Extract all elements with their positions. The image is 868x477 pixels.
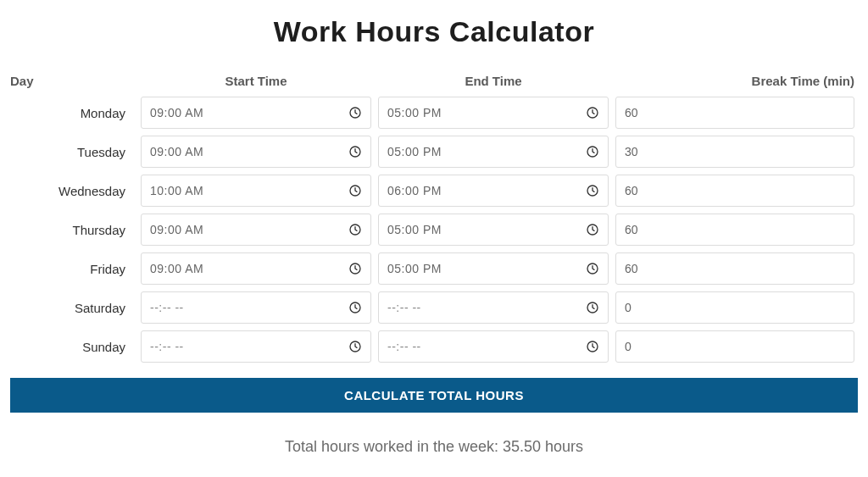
day-label: Wednesday — [10, 184, 137, 198]
start-time-value: 10:00 AM — [150, 184, 203, 197]
day-row: Tuesday09:00 AM05:00 PM30 — [10, 136, 858, 168]
start-time-input[interactable]: 09:00 AM — [141, 252, 371, 285]
end-time-input[interactable]: 05:00 PM — [378, 97, 609, 129]
start-time-value: 09:00 AM — [150, 262, 203, 275]
break-time-input[interactable]: 0 — [615, 330, 854, 363]
header-end: End Time — [375, 74, 612, 88]
day-label: Monday — [10, 106, 137, 120]
day-label: Sunday — [10, 340, 137, 354]
clock-icon — [348, 301, 362, 314]
header-day: Day — [10, 74, 137, 88]
clock-icon — [348, 223, 362, 236]
start-time-input[interactable]: --:-- -- — [141, 291, 371, 324]
clock-icon — [586, 106, 599, 119]
calculate-button[interactable]: CALCULATE TOTAL HOURS — [10, 378, 858, 413]
clock-icon — [348, 106, 362, 119]
break-time-value: 60 — [625, 262, 638, 275]
end-time-input[interactable]: 05:00 PM — [378, 214, 609, 246]
end-time-value: 05:00 PM — [387, 223, 442, 236]
end-time-value: 05:00 PM — [387, 106, 442, 119]
clock-icon — [586, 145, 599, 158]
clock-icon — [348, 145, 362, 158]
break-time-input[interactable]: 0 — [615, 291, 854, 324]
end-time-input[interactable]: --:-- -- — [378, 330, 609, 363]
clock-icon — [586, 340, 599, 353]
clock-icon — [348, 184, 362, 197]
day-label: Friday — [10, 262, 137, 276]
break-time-value: 30 — [625, 145, 638, 158]
day-label: Tuesday — [10, 145, 137, 159]
break-time-input[interactable]: 60 — [615, 252, 854, 285]
clock-icon — [586, 262, 599, 275]
day-row: Saturday--:-- ----:-- --0 — [10, 291, 858, 324]
break-time-input[interactable]: 60 — [615, 175, 854, 207]
break-time-input[interactable]: 60 — [615, 214, 854, 246]
day-row: Monday09:00 AM05:00 PM60 — [10, 97, 858, 129]
day-rows: Monday09:00 AM05:00 PM60Tuesday09:00 AM0… — [10, 97, 858, 363]
break-time-value: 0 — [625, 301, 632, 314]
break-time-input[interactable]: 60 — [615, 97, 854, 129]
day-row: Thursday09:00 AM05:00 PM60 — [10, 214, 858, 246]
end-time-value: 05:00 PM — [387, 262, 442, 275]
start-time-input[interactable]: 09:00 AM — [141, 136, 371, 168]
start-time-value: 09:00 AM — [150, 223, 203, 236]
break-time-value: 0 — [625, 340, 632, 353]
end-time-input[interactable]: 05:00 PM — [378, 136, 609, 168]
day-row: Friday09:00 AM05:00 PM60 — [10, 252, 858, 285]
clock-icon — [586, 301, 599, 314]
break-time-value: 60 — [625, 223, 638, 236]
end-time-input[interactable]: 06:00 PM — [378, 175, 609, 207]
clock-icon — [586, 223, 599, 236]
start-time-value: 09:00 AM — [150, 106, 203, 119]
start-time-input[interactable]: 09:00 AM — [141, 97, 371, 129]
end-time-input[interactable]: 05:00 PM — [378, 252, 609, 285]
end-time-input[interactable]: --:-- -- — [378, 291, 609, 324]
clock-icon — [348, 262, 362, 275]
break-time-value: 60 — [625, 106, 638, 119]
calculator-container: Work Hours Calculator Day Start Time End… — [10, 15, 858, 473]
end-time-value: 06:00 PM — [387, 184, 442, 197]
start-time-input[interactable]: 09:00 AM — [141, 214, 371, 246]
result-text: Total hours worked in the week: 35.50 ho… — [10, 438, 858, 456]
header-start: Start Time — [137, 74, 375, 88]
start-time-input[interactable]: 10:00 AM — [141, 175, 371, 207]
start-time-input[interactable]: --:-- -- — [141, 330, 371, 363]
break-time-input[interactable]: 30 — [615, 136, 854, 168]
day-row: Sunday--:-- ----:-- --0 — [10, 330, 858, 363]
day-label: Thursday — [10, 223, 137, 237]
header-break: Break Time (min) — [612, 74, 858, 88]
page-title: Work Hours Calculator — [10, 15, 858, 48]
start-time-value: 09:00 AM — [150, 145, 203, 158]
day-label: Saturday — [10, 301, 137, 315]
end-time-value: --:-- -- — [387, 340, 421, 353]
column-headers: Day Start Time End Time Break Time (min) — [10, 74, 858, 88]
clock-icon — [586, 184, 599, 197]
start-time-value: --:-- -- — [150, 301, 184, 314]
clock-icon — [348, 340, 362, 353]
end-time-value: --:-- -- — [387, 301, 421, 314]
start-time-value: --:-- -- — [150, 340, 184, 353]
day-row: Wednesday10:00 AM06:00 PM60 — [10, 175, 858, 207]
break-time-value: 60 — [625, 184, 638, 197]
end-time-value: 05:00 PM — [387, 145, 442, 158]
